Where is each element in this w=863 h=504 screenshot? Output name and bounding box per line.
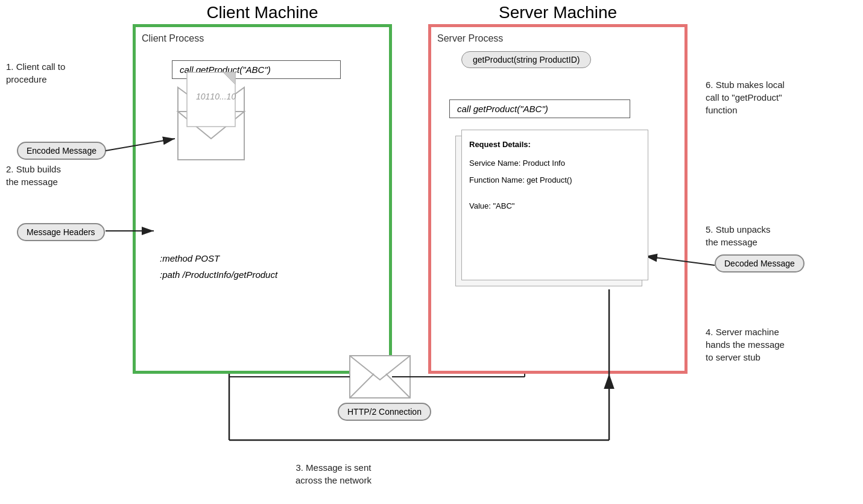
client-process-label: Client Process <box>142 33 204 44</box>
server-machine-title: Server Machine <box>428 3 688 22</box>
server-process-label: Server Process <box>437 33 503 44</box>
svg-line-8 <box>386 374 410 398</box>
annotation-step5: 5. Stub unpacksthe message <box>706 223 771 248</box>
getproduct-pill: getProduct(string ProductID) <box>461 51 591 68</box>
client-machine-box: Client Process call getProduct("ABC") :m… <box>133 24 392 374</box>
diagram-container: Client Machine Server Machine Client Pro… <box>0 0 863 504</box>
server-call-box: call getProduct("ABC") <box>449 99 630 118</box>
annotation-step6: 6. Stub makes localcall to "getProduct"f… <box>706 78 785 116</box>
decoded-message-pill: Decoded Message <box>715 254 805 272</box>
client-call-box: call getProduct("ABC") <box>172 60 341 79</box>
annotation-step1: 1. Client call toprocedure <box>6 60 65 86</box>
request-doc: Request Details: Service Name: Product I… <box>461 130 648 280</box>
http2-connection-pill: HTTP/2 Connection <box>338 403 431 421</box>
encoded-message-pill: Encoded Message <box>17 142 106 160</box>
message-headers-pill: Message Headers <box>17 223 105 241</box>
client-machine-title: Client Machine <box>133 3 392 22</box>
annotation-step4: 4. Server machinehands the messageto ser… <box>706 326 785 364</box>
server-machine-box: Server Process getProduct(string Product… <box>428 24 688 374</box>
svg-line-7 <box>350 374 374 398</box>
annotation-step2: 2. Stub buildsthe message <box>6 163 61 188</box>
client-method-lines: :method POST :path /ProductInfo/getProdu… <box>160 250 277 283</box>
annotation-step3: 3. Message is sentacross the network <box>296 461 371 487</box>
